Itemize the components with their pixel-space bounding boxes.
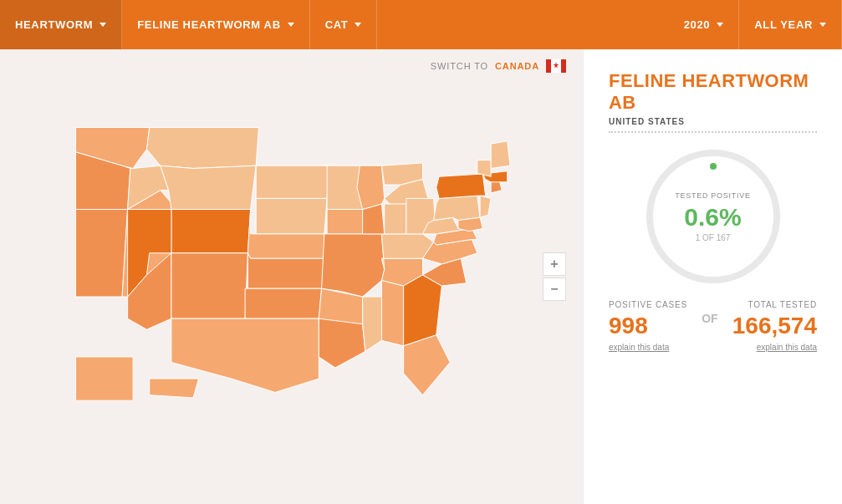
gauge-container: TESTED POSITIVE 0.6% 1 OF 167 [609, 150, 817, 283]
nav-heartworm[interactable]: Heartworm [0, 0, 122, 49]
main-content: SWITCH TO CANADA [0, 49, 842, 504]
heartworm-chevron-icon [100, 23, 106, 27]
zoom-in-button[interactable]: + [543, 252, 566, 276]
right-panel: Feline Heartworm AB United States TESTED… [583, 49, 842, 504]
gauge-percent: 0.6% [684, 203, 741, 232]
nav-all-year[interactable]: All Year [739, 0, 842, 49]
all-year-label: All Year [754, 18, 813, 31]
feline-heartworm-chevron-icon [288, 23, 294, 27]
of-label: OF [702, 312, 717, 325]
feline-heartworm-label: Feline Heartworm AB [137, 18, 280, 31]
positive-cases-value: 998 [609, 313, 687, 339]
header-spacer [377, 0, 668, 49]
tested-positive-label: TESTED POSITIVE [675, 191, 750, 200]
switch-to-canada: SWITCH TO CANADA [431, 59, 566, 73]
nav-year[interactable]: 2020 [669, 0, 740, 49]
us-map [29, 58, 554, 460]
year-label: 2020 [684, 18, 711, 31]
zoom-controls: + − [543, 252, 566, 301]
gauge-indicator-dot [710, 163, 717, 170]
total-tested-block: TOTAL TESTED 166,574 explain this data [732, 300, 817, 352]
total-tested-label: TOTAL TESTED [732, 300, 817, 309]
year-chevron-icon [717, 23, 723, 27]
main-header: Heartworm Feline Heartworm AB Cat 2020 A… [0, 0, 842, 49]
gauge-fraction: 1 OF 167 [696, 233, 731, 242]
stats-row: POSITIVE CASES 998 explain this data OF … [609, 300, 817, 352]
nav-cat[interactable]: Cat [310, 0, 378, 49]
explain-total-link[interactable]: explain this data [732, 343, 817, 352]
gauge: TESTED POSITIVE 0.6% 1 OF 167 [646, 150, 780, 283]
panel-title: Feline Heartworm AB [609, 70, 817, 114]
canada-flag-icon [546, 59, 566, 73]
positive-cases-label: POSITIVE CASES [609, 300, 687, 309]
cat-chevron-icon [355, 23, 361, 27]
heartworm-label: Heartworm [15, 18, 93, 31]
explain-positive-link[interactable]: explain this data [609, 343, 687, 352]
canada-link[interactable]: CANADA [495, 61, 539, 71]
total-tested-value: 166,574 [732, 313, 817, 339]
nav-feline-heartworm-ab[interactable]: Feline Heartworm AB [122, 0, 309, 49]
switch-text: SWITCH TO [431, 61, 488, 71]
all-year-chevron-icon [819, 23, 826, 27]
cat-label: Cat [325, 18, 349, 31]
map-area: SWITCH TO CANADA [0, 49, 583, 504]
positive-cases-block: POSITIVE CASES 998 explain this data [609, 300, 687, 352]
panel-subtitle: United States [609, 117, 817, 133]
header-right: 2020 All Year [669, 0, 842, 49]
zoom-out-button[interactable]: − [543, 277, 566, 301]
